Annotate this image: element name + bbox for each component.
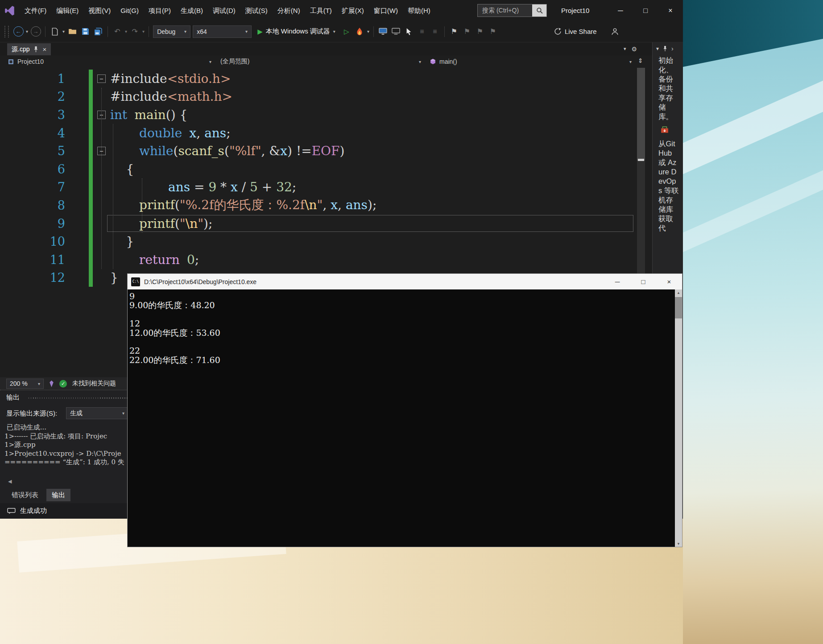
change-tracking-bar bbox=[89, 251, 93, 269]
hscroll-left-arrow-icon[interactable]: ◀ bbox=[8, 479, 12, 484]
console-window[interactable]: C:\ D:\C\Project10\x64\Debug\Project10.e… bbox=[127, 273, 682, 547]
fold-collapse-icon[interactable]: − bbox=[97, 74, 106, 83]
console-scrollbar[interactable]: ▴ ▾ bbox=[675, 289, 682, 547]
hot-reload-button[interactable] bbox=[354, 25, 365, 38]
menu-item-9[interactable]: 分析(N) bbox=[273, 0, 305, 21]
toolbar-grip[interactable] bbox=[4, 26, 9, 37]
code-line-7[interactable]: 7 ans = 9 * x / 5 + 32; bbox=[0, 178, 637, 197]
menu-item-2[interactable]: 编辑(E) bbox=[51, 0, 83, 21]
health-check-icon[interactable]: ✓ bbox=[59, 380, 67, 388]
code-line-8[interactable]: 8 printf("%.2f的华氏度：%.2f\n", x, ans); bbox=[0, 196, 637, 215]
pin-icon[interactable] bbox=[663, 46, 667, 51]
menu-item-1[interactable]: 文件(F) bbox=[20, 0, 51, 21]
code-line-3[interactable]: 3−int main() { bbox=[0, 106, 637, 124]
tab-list-caret-icon[interactable]: ▾ bbox=[624, 46, 626, 52]
search-input[interactable]: 搜索 (Ctrl+Q) bbox=[478, 7, 532, 15]
editor-options-gear-icon[interactable]: ⚙ bbox=[632, 45, 637, 53]
console-maximize-button[interactable]: □ bbox=[630, 274, 656, 289]
prev-bookmark-button[interactable]: ⚑ bbox=[462, 25, 472, 38]
menu-item-3[interactable]: 视图(V) bbox=[83, 0, 116, 21]
code-line-1[interactable]: 1−#include<stdio.h> bbox=[0, 70, 637, 88]
device-preview-button[interactable] bbox=[391, 25, 401, 38]
comment-button[interactable]: ≡ bbox=[430, 25, 440, 38]
menu-item-8[interactable]: 测试(S) bbox=[240, 0, 273, 21]
output-source-dropdown[interactable]: 生成 ▾ bbox=[66, 407, 128, 419]
clear-bookmarks-button[interactable]: ⚑ bbox=[488, 25, 498, 38]
menu-item-12[interactable]: 窗口(W) bbox=[369, 0, 403, 21]
menu-item-6[interactable]: 生成(B) bbox=[176, 0, 208, 21]
code-text: printf("%.2f的华氏度：%.2f\n", x, ans); bbox=[110, 197, 376, 214]
line-number: 12 bbox=[0, 271, 67, 285]
split-window-icon[interactable]: ⇕ bbox=[638, 57, 643, 64]
menu-item-13[interactable]: 帮助(H) bbox=[403, 0, 435, 21]
navigate-forward-button[interactable]: → bbox=[30, 25, 41, 38]
code-health-icon[interactable] bbox=[49, 380, 54, 387]
new-file-button[interactable] bbox=[50, 25, 60, 38]
start-without-debugging-button[interactable]: ▷ bbox=[341, 25, 352, 38]
minimize-button[interactable]: ─ bbox=[608, 0, 633, 21]
output-panel-title: 输出 bbox=[6, 393, 20, 402]
undo-button[interactable]: ↶ bbox=[112, 25, 123, 38]
code-line-11[interactable]: 11 return 0; bbox=[0, 251, 637, 269]
solution-configuration-dropdown[interactable]: Debug▾ bbox=[153, 25, 190, 38]
format-document-button[interactable]: ≡ bbox=[417, 25, 427, 38]
scope-dropdown[interactable]: (全局范围) ▾ bbox=[217, 56, 425, 67]
start-debugging-button[interactable]: ▶ 本地 Windows 调试器 ▾ bbox=[254, 27, 339, 36]
select-tool-button[interactable] bbox=[404, 25, 414, 38]
scroll-down-icon[interactable]: ▾ bbox=[675, 541, 682, 546]
console-title-bar[interactable]: C:\ D:\C\Project10\x64\Debug\Project10.e… bbox=[128, 274, 682, 289]
git-panel-text-2[interactable]: 从GitHub 或 Azure DevOps 等联机存储库获取代 bbox=[653, 136, 683, 233]
close-button[interactable]: × bbox=[658, 0, 683, 21]
preview-button[interactable] bbox=[378, 25, 389, 38]
pin-icon[interactable] bbox=[33, 46, 38, 52]
tab-source-cpp[interactable]: 源.cpp × bbox=[7, 43, 51, 55]
menu-item-11[interactable]: 扩展(X) bbox=[337, 0, 369, 21]
back-dropdown-caret-icon[interactable]: ▾ bbox=[26, 29, 28, 34]
tab-error-list[interactable]: 错误列表 bbox=[6, 489, 44, 501]
bookmark-button[interactable]: ⚑ bbox=[449, 25, 459, 38]
code-line-4[interactable]: 4 double x, ans; bbox=[0, 124, 637, 142]
menu-item-7[interactable]: 调试(D) bbox=[208, 0, 240, 21]
zoom-dropdown[interactable]: 200 % ▾ bbox=[6, 379, 44, 389]
console-body[interactable]: 99.00的华氏度：48.20 1212.00的华氏度：53.60 2222.0… bbox=[128, 289, 675, 547]
save-all-button[interactable] bbox=[93, 25, 103, 38]
console-scrollbar-thumb[interactable] bbox=[675, 297, 682, 318]
code-line-6[interactable]: 6 { bbox=[0, 160, 637, 178]
chevron-down-icon[interactable]: ▾ bbox=[656, 45, 659, 52]
tab-output[interactable]: 输出 bbox=[46, 489, 70, 501]
search-icon[interactable] bbox=[532, 4, 546, 17]
code-line-5[interactable]: 5− while(scanf_s("%lf", &x) !=EOF) bbox=[0, 142, 637, 160]
code-line-2[interactable]: 2#include<math.h> bbox=[0, 88, 637, 106]
fold-margin[interactable]: − bbox=[93, 70, 110, 88]
console-minimize-button[interactable]: ─ bbox=[604, 274, 630, 289]
menu-item-10[interactable]: 工具(T) bbox=[305, 0, 337, 21]
next-bookmark-button[interactable]: ⚑ bbox=[475, 25, 485, 38]
open-folder-button[interactable] bbox=[67, 25, 78, 38]
scrollbar-thumb[interactable] bbox=[637, 68, 645, 161]
redo-caret-icon[interactable]: ▾ bbox=[142, 29, 145, 34]
solution-platform-dropdown[interactable]: x64▾ bbox=[193, 25, 252, 38]
feedback-button[interactable] bbox=[610, 25, 620, 38]
code-line-9[interactable]: 9 printf("\n"); bbox=[0, 215, 637, 233]
save-button[interactable] bbox=[80, 25, 91, 38]
live-share-button[interactable]: Live Share bbox=[554, 28, 597, 35]
change-tracking-bar bbox=[89, 232, 93, 251]
undo-caret-icon[interactable]: ▾ bbox=[125, 29, 127, 34]
function-dropdown[interactable]: main() ▾ bbox=[426, 56, 635, 67]
scroll-up-icon[interactable]: ▴ bbox=[675, 290, 682, 295]
code-line-10[interactable]: 10 } bbox=[0, 232, 637, 251]
navigate-back-button[interactable]: ← bbox=[13, 25, 24, 38]
menu-item-4[interactable]: Git(G) bbox=[116, 0, 144, 21]
flame-icon bbox=[356, 28, 363, 36]
project-dropdown[interactable]: Project10 ▾ bbox=[4, 56, 215, 67]
new-file-caret-icon[interactable]: ▾ bbox=[62, 29, 65, 34]
redo-button[interactable]: ↷ bbox=[129, 25, 140, 38]
tab-close-icon[interactable]: × bbox=[42, 45, 46, 53]
menu-item-5[interactable]: 项目(P) bbox=[144, 0, 176, 21]
search-box[interactable]: 搜索 (Ctrl+Q) bbox=[477, 4, 547, 17]
maximize-button[interactable]: □ bbox=[633, 0, 658, 21]
hot-reload-caret-icon[interactable]: ▾ bbox=[367, 29, 369, 34]
chevron-right-icon[interactable]: › bbox=[671, 45, 674, 52]
console-close-button[interactable]: × bbox=[656, 274, 682, 289]
git-panel-text-1[interactable]: 初始化、备份和共享存储库。 bbox=[653, 52, 683, 121]
